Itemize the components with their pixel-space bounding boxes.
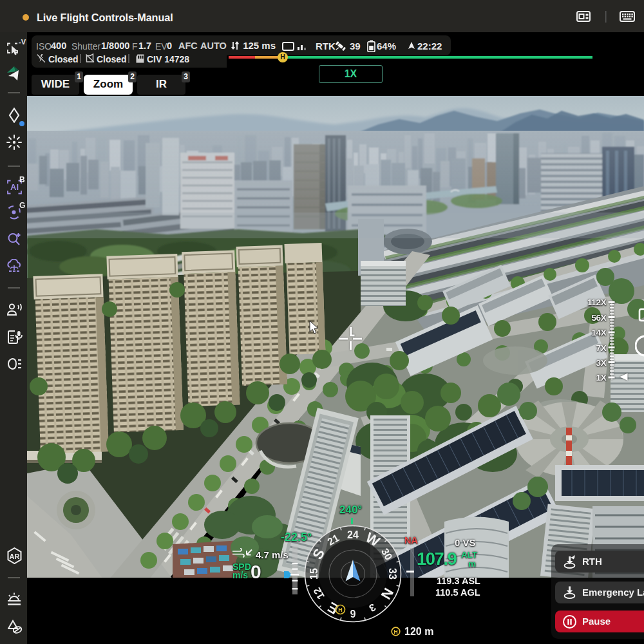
svg-text:24: 24: [347, 529, 359, 540]
svg-text:H: H: [338, 607, 343, 613]
svg-text:33: 33: [387, 568, 398, 580]
svg-text:AR: AR: [10, 553, 20, 560]
svg-text:15: 15: [308, 568, 319, 580]
svg-text:6: 6: [350, 608, 355, 619]
svg-text:H: H: [393, 629, 397, 635]
svg-text:AI: AI: [10, 182, 19, 192]
